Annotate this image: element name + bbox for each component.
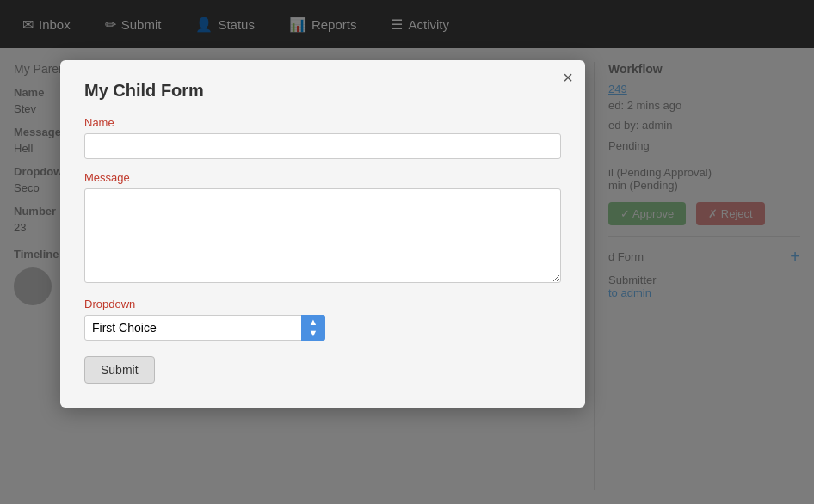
submit-button[interactable]: Submit	[84, 356, 155, 384]
message-field-label: Message	[84, 171, 561, 184]
modal-overlay: × My Child Form Name Message Dropdown Fi…	[0, 0, 814, 504]
dropdown-field-label: Dropdown	[84, 298, 561, 310]
dropdown-wrapper: First Choice Second Choice Third Choice …	[84, 315, 325, 341]
dropdown-select[interactable]: First Choice Second Choice Third Choice	[84, 315, 325, 341]
name-input[interactable]	[84, 133, 561, 159]
name-field-label: Name	[84, 116, 561, 129]
message-textarea[interactable]	[84, 188, 561, 283]
modal-close-button[interactable]: ×	[563, 69, 573, 86]
modal-dialog: × My Child Form Name Message Dropdown Fi…	[60, 60, 585, 408]
modal-title: My Child Form	[84, 81, 561, 101]
